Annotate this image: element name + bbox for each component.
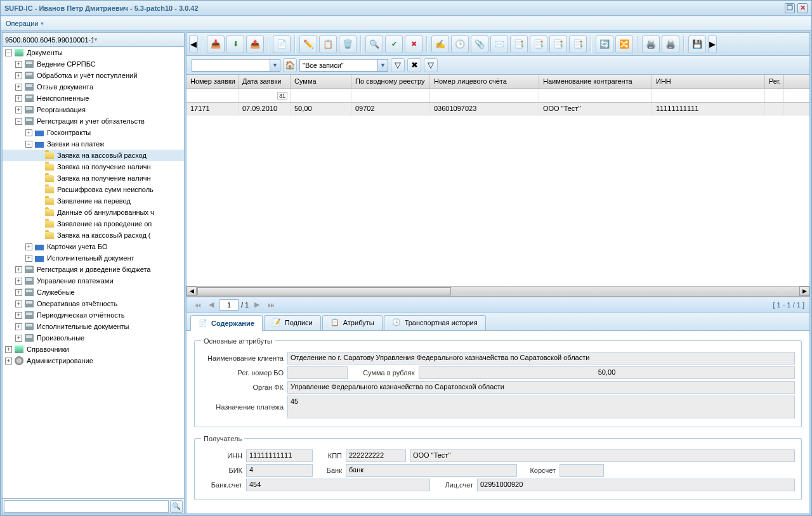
last-page-button[interactable]: ⏭: [265, 299, 277, 311]
save-disk-button[interactable]: 💾: [688, 35, 706, 53]
tree-item-reorg[interactable]: +Реорганизация: [3, 104, 184, 115]
tree-root-reference[interactable]: +Справочники: [3, 344, 184, 355]
close-icon[interactable]: ✕: [797, 3, 808, 13]
copy-button[interactable]: 📋: [319, 35, 337, 53]
tab-signatures[interactable]: 📝Подписи: [264, 315, 321, 330]
import-button[interactable]: 📥: [207, 35, 225, 53]
calendar-icon[interactable]: 31: [277, 92, 287, 100]
attach-button[interactable]: 📎: [471, 35, 488, 53]
tree-item-service[interactable]: +Служебные: [3, 287, 184, 298]
chevron-down-icon[interactable]: ▼: [93, 37, 181, 42]
delete-button[interactable]: 🗑️: [339, 35, 357, 53]
search-input[interactable]: [4, 500, 169, 513]
tree-item-annulled[interactable]: Данные об аннулированных ч: [3, 207, 184, 218]
first-page-button[interactable]: ⏮: [192, 299, 203, 311]
more-filter-button[interactable]: ▽: [424, 58, 438, 72]
scroll-right-icon[interactable]: ▶: [799, 287, 809, 296]
legend-recipient: Получатель: [201, 435, 244, 442]
col-request-date[interactable]: Дата заявки: [239, 75, 291, 88]
page-input[interactable]: [219, 299, 239, 311]
table-row[interactable]: 17171 07.09.2010 50,00 09702 03601097023…: [187, 103, 809, 115]
restore-icon[interactable]: ❐: [785, 3, 795, 13]
tree-item-transfer[interactable]: Заявление на перевод: [3, 195, 184, 207]
tree-root-admin[interactable]: +Администрирование: [3, 355, 184, 366]
tree-item-recall[interactable]: +Отзыв документа: [3, 81, 184, 93]
nav-fwd-button[interactable]: ▶: [708, 35, 717, 53]
tab-attributes[interactable]: 📋Атрибуты: [322, 315, 383, 330]
col-reg[interactable]: Рег.: [765, 75, 784, 88]
tree-item-conduct[interactable]: Заявление на проведение оп: [3, 218, 184, 229]
new-doc-button[interactable]: 📄: [273, 35, 291, 53]
col-counterparty[interactable]: Наименование контрагента: [539, 75, 652, 88]
prev-page-button[interactable]: ◀: [206, 299, 217, 311]
schedule-button[interactable]: 🕒: [451, 35, 469, 53]
tree-item-period-report[interactable]: +Периодическая отчётность: [3, 309, 184, 321]
search-button[interactable]: 🔍: [170, 500, 183, 513]
tree-item-cash-request2[interactable]: Заявка на кассовый расход (: [3, 229, 184, 241]
tree-item-bo-cards[interactable]: +Карточки учета БО: [3, 241, 184, 252]
next-page-button[interactable]: ▶: [251, 299, 263, 311]
filter-input-account[interactable]: [431, 91, 537, 101]
tree-item-breakdown[interactable]: Расшифровка сумм неисполь: [3, 184, 184, 195]
legend-main: Основные аттрибуты: [201, 337, 275, 345]
tree-item-payment-requests[interactable]: −Заявки на платеж: [3, 138, 184, 150]
horizontal-scrollbar[interactable]: ◀ ▶: [187, 286, 809, 297]
doc-search-button[interactable]: 🔍: [365, 35, 383, 53]
doc-check-button[interactable]: ✔: [385, 35, 403, 53]
batch3-button[interactable]: 📑: [549, 35, 567, 53]
scroll-left-icon[interactable]: ◀: [187, 287, 197, 296]
batch4-button[interactable]: 📑: [569, 35, 587, 53]
filter-bar: ▼ 🏠 "Все записи"▼ ▽ ✖ ▽: [187, 56, 809, 75]
tree-item-registration[interactable]: −Регистрация и учет обязательств: [3, 115, 184, 127]
col-inn[interactable]: ИНН: [652, 75, 765, 88]
filter-input-consolidated[interactable]: [353, 91, 428, 101]
menu-operations[interactable]: Операции ▼: [6, 20, 44, 27]
export-button[interactable]: 📤: [246, 35, 264, 53]
tree-item-unfulfilled[interactable]: +Неисполненные: [3, 93, 184, 104]
filter-input-inn[interactable]: [653, 91, 763, 101]
filter-input-number[interactable]: [188, 91, 237, 101]
filter-home-button[interactable]: 🏠: [283, 58, 297, 72]
send-button[interactable]: ✉️: [490, 35, 508, 53]
refresh-button[interactable]: 🔄: [596, 35, 613, 53]
tree-item-processing[interactable]: +Обработка и учёт поступлений: [3, 70, 184, 81]
batch2-button[interactable]: 📑: [530, 35, 547, 53]
tree-item-arbitrary[interactable]: +Произвольные: [3, 332, 184, 344]
tree-item-goscontracts[interactable]: +Госконтракты: [3, 127, 184, 138]
filter-input-counterparty[interactable]: [540, 91, 650, 101]
col-amount[interactable]: Сумма: [291, 75, 351, 88]
tab-content[interactable]: 📄Содержание: [190, 315, 263, 331]
col-request-number[interactable]: Номер заявки: [187, 75, 239, 88]
tree-item-srrpbs[interactable]: +Ведение СРРПБС: [3, 58, 184, 70]
print2-button[interactable]: 🖨️: [662, 35, 679, 53]
tree-item-payments[interactable]: +Управление платежами: [3, 275, 184, 287]
batch1-button[interactable]: 📑: [510, 35, 528, 53]
toggle-button[interactable]: 🔀: [615, 35, 633, 53]
clear-filter-button[interactable]: ✖: [407, 58, 421, 72]
app-window: SUFD-IC - Иванов Петр Дмитриевич - 5.3-p…: [0, 0, 812, 516]
tree-root-documents[interactable]: −Документы: [3, 47, 184, 58]
doc-cancel-button[interactable]: ✖: [405, 35, 422, 53]
tree-item-cash-receive2[interactable]: Заявка на получение наличн: [3, 172, 184, 184]
scroll-thumb[interactable]: [197, 287, 451, 295]
col-account[interactable]: Номер лицевого счёта: [430, 75, 539, 88]
print1-button[interactable]: 🖨️: [642, 35, 660, 53]
tree-item-budget[interactable]: +Регистрация и доведение бюджета: [3, 264, 184, 275]
tab-transport[interactable]: 🕓Транспортная история: [384, 315, 486, 330]
apply-filter-button[interactable]: ▽: [391, 58, 405, 72]
filter-input-sum[interactable]: [292, 91, 350, 101]
edit-button[interactable]: ✏️: [299, 35, 317, 53]
sign-button[interactable]: ✍️: [431, 35, 449, 53]
col-consolidated[interactable]: По сводному реестру: [351, 75, 430, 88]
tree-item-cash-request[interactable]: Заявка на кассовый расход: [3, 150, 184, 161]
tree-item-oper-report[interactable]: +Оперативная отчётность: [3, 298, 184, 309]
tree-item-exec-doc[interactable]: +Исполнительный документ: [3, 252, 184, 264]
nav-tree: −Документы +Ведение СРРПБС +Обработка и …: [3, 47, 184, 498]
organfk-label: Орган ФК: [201, 384, 284, 391]
tree-item-exec-docs[interactable]: +Исполнительные документы: [3, 321, 184, 332]
import-down-button[interactable]: ⬇: [226, 35, 244, 53]
filter-field-combo[interactable]: ▼: [192, 59, 280, 72]
tree-item-cash-receive1[interactable]: Заявка на получение наличн: [3, 161, 184, 172]
nav-back-button[interactable]: ◀: [189, 35, 198, 53]
filter-records-combo[interactable]: "Все записи"▼: [299, 59, 388, 72]
